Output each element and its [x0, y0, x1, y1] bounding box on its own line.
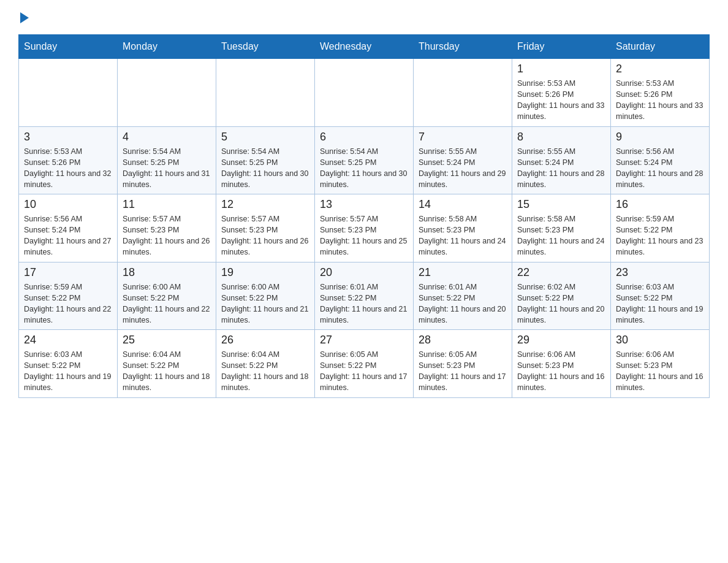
calendar-cell: 7Sunrise: 5:55 AMSunset: 5:24 PMDaylight… [414, 126, 512, 194]
day-number: 6 [320, 131, 408, 144]
day-info: Sunrise: 6:00 AMSunset: 5:22 PMDaylight:… [123, 282, 211, 326]
logo-arrow-icon [20, 12, 29, 23]
calendar-week-row: 17Sunrise: 5:59 AMSunset: 5:22 PMDayligh… [19, 262, 710, 330]
day-info: Sunrise: 6:01 AMSunset: 5:22 PMDaylight:… [320, 282, 408, 326]
day-number: 20 [320, 266, 408, 279]
calendar-cell: 6Sunrise: 5:54 AMSunset: 5:25 PMDaylight… [315, 126, 414, 194]
calendar-week-row: 24Sunrise: 6:03 AMSunset: 5:22 PMDayligh… [19, 330, 710, 398]
calendar-cell: 8Sunrise: 5:55 AMSunset: 5:24 PMDaylight… [512, 126, 611, 194]
day-info: Sunrise: 6:04 AMSunset: 5:22 PMDaylight:… [221, 349, 309, 394]
day-number: 5 [221, 131, 309, 144]
day-info: Sunrise: 5:58 AMSunset: 5:23 PMDaylight:… [419, 213, 507, 258]
day-info: Sunrise: 5:55 AMSunset: 5:24 PMDaylight:… [419, 146, 507, 191]
day-number: 27 [320, 334, 408, 347]
calendar-cell [118, 59, 216, 127]
calendar-cell: 19Sunrise: 6:00 AMSunset: 5:22 PMDayligh… [216, 262, 315, 330]
page-header [18, 12, 710, 22]
day-number: 1 [517, 63, 605, 75]
calendar-cell: 4Sunrise: 5:54 AMSunset: 5:25 PMDaylight… [118, 126, 216, 194]
day-info: Sunrise: 6:05 AMSunset: 5:22 PMDaylight:… [320, 349, 408, 394]
logo [18, 12, 29, 22]
day-number: 12 [221, 198, 309, 211]
calendar-cell: 11Sunrise: 5:57 AMSunset: 5:23 PMDayligh… [118, 194, 216, 262]
calendar-cell: 17Sunrise: 5:59 AMSunset: 5:22 PMDayligh… [19, 262, 118, 330]
calendar-cell [216, 59, 315, 127]
calendar-cell: 18Sunrise: 6:00 AMSunset: 5:22 PMDayligh… [118, 262, 216, 330]
calendar-cell [315, 59, 414, 127]
day-number: 17 [24, 266, 112, 279]
day-number: 10 [24, 198, 112, 211]
weekday-header-saturday: Saturday [611, 35, 710, 59]
calendar-cell: 29Sunrise: 6:06 AMSunset: 5:23 PMDayligh… [512, 330, 611, 398]
day-number: 19 [221, 266, 309, 279]
calendar-cell: 25Sunrise: 6:04 AMSunset: 5:22 PMDayligh… [118, 330, 216, 398]
weekday-header-row: SundayMondayTuesdayWednesdayThursdayFrid… [19, 35, 710, 59]
day-number: 23 [616, 266, 704, 279]
calendar-cell: 16Sunrise: 5:59 AMSunset: 5:22 PMDayligh… [611, 194, 710, 262]
day-info: Sunrise: 5:59 AMSunset: 5:22 PMDaylight:… [616, 213, 704, 258]
calendar-cell: 23Sunrise: 6:03 AMSunset: 5:22 PMDayligh… [611, 262, 710, 330]
day-number: 8 [517, 131, 605, 144]
day-number: 13 [320, 198, 408, 211]
day-number: 14 [419, 198, 507, 211]
calendar-week-row: 1Sunrise: 5:53 AMSunset: 5:26 PMDaylight… [19, 59, 710, 127]
day-info: Sunrise: 5:53 AMSunset: 5:26 PMDaylight:… [517, 78, 605, 123]
day-number: 18 [123, 266, 211, 279]
calendar-cell: 30Sunrise: 6:06 AMSunset: 5:23 PMDayligh… [611, 330, 710, 398]
day-number: 22 [517, 266, 605, 279]
day-info: Sunrise: 5:56 AMSunset: 5:24 PMDaylight:… [24, 213, 112, 258]
calendar-cell: 10Sunrise: 5:56 AMSunset: 5:24 PMDayligh… [19, 194, 118, 262]
calendar-cell: 21Sunrise: 6:01 AMSunset: 5:22 PMDayligh… [414, 262, 512, 330]
day-info: Sunrise: 5:54 AMSunset: 5:25 PMDaylight:… [123, 146, 211, 191]
calendar-cell [19, 59, 118, 127]
calendar-cell: 28Sunrise: 6:05 AMSunset: 5:23 PMDayligh… [414, 330, 512, 398]
day-number: 16 [616, 198, 704, 211]
calendar-cell: 20Sunrise: 6:01 AMSunset: 5:22 PMDayligh… [315, 262, 414, 330]
day-info: Sunrise: 5:53 AMSunset: 5:26 PMDaylight:… [24, 146, 112, 191]
calendar-cell: 26Sunrise: 6:04 AMSunset: 5:22 PMDayligh… [216, 330, 315, 398]
day-info: Sunrise: 6:05 AMSunset: 5:23 PMDaylight:… [419, 349, 507, 394]
weekday-header-wednesday: Wednesday [315, 35, 414, 59]
day-number: 24 [24, 334, 112, 347]
day-number: 29 [517, 334, 605, 347]
calendar-cell: 27Sunrise: 6:05 AMSunset: 5:22 PMDayligh… [315, 330, 414, 398]
day-number: 9 [616, 131, 704, 144]
weekday-header-monday: Monday [118, 35, 216, 59]
day-info: Sunrise: 5:57 AMSunset: 5:23 PMDaylight:… [221, 213, 309, 258]
day-info: Sunrise: 5:58 AMSunset: 5:23 PMDaylight:… [517, 213, 605, 258]
calendar-cell: 13Sunrise: 5:57 AMSunset: 5:23 PMDayligh… [315, 194, 414, 262]
day-number: 21 [419, 266, 507, 279]
day-info: Sunrise: 5:57 AMSunset: 5:23 PMDaylight:… [123, 213, 211, 258]
day-info: Sunrise: 6:01 AMSunset: 5:22 PMDaylight:… [419, 282, 507, 326]
day-info: Sunrise: 6:00 AMSunset: 5:22 PMDaylight:… [221, 282, 309, 326]
day-number: 3 [24, 131, 112, 144]
day-number: 15 [517, 198, 605, 211]
day-info: Sunrise: 5:59 AMSunset: 5:22 PMDaylight:… [24, 282, 112, 326]
calendar-cell [414, 59, 512, 127]
day-number: 25 [123, 334, 211, 347]
day-info: Sunrise: 5:53 AMSunset: 5:26 PMDaylight:… [616, 78, 704, 123]
calendar-cell: 2Sunrise: 5:53 AMSunset: 5:26 PMDaylight… [611, 59, 710, 127]
weekday-header-sunday: Sunday [19, 35, 118, 59]
calendar-cell: 3Sunrise: 5:53 AMSunset: 5:26 PMDaylight… [19, 126, 118, 194]
calendar-cell: 22Sunrise: 6:02 AMSunset: 5:22 PMDayligh… [512, 262, 611, 330]
day-info: Sunrise: 5:57 AMSunset: 5:23 PMDaylight:… [320, 213, 408, 258]
weekday-header-friday: Friday [512, 35, 611, 59]
calendar-cell: 14Sunrise: 5:58 AMSunset: 5:23 PMDayligh… [414, 194, 512, 262]
day-number: 28 [419, 334, 507, 347]
calendar-cell: 15Sunrise: 5:58 AMSunset: 5:23 PMDayligh… [512, 194, 611, 262]
calendar-week-row: 10Sunrise: 5:56 AMSunset: 5:24 PMDayligh… [19, 194, 710, 262]
calendar-cell: 24Sunrise: 6:03 AMSunset: 5:22 PMDayligh… [19, 330, 118, 398]
day-info: Sunrise: 5:56 AMSunset: 5:24 PMDaylight:… [616, 146, 704, 191]
calendar-table: SundayMondayTuesdayWednesdayThursdayFrid… [18, 34, 710, 398]
day-info: Sunrise: 6:02 AMSunset: 5:22 PMDaylight:… [517, 282, 605, 326]
day-info: Sunrise: 6:03 AMSunset: 5:22 PMDaylight:… [24, 349, 112, 394]
day-number: 11 [123, 198, 211, 211]
weekday-header-tuesday: Tuesday [216, 35, 315, 59]
calendar-cell: 9Sunrise: 5:56 AMSunset: 5:24 PMDaylight… [611, 126, 710, 194]
day-info: Sunrise: 5:54 AMSunset: 5:25 PMDaylight:… [320, 146, 408, 191]
calendar-week-row: 3Sunrise: 5:53 AMSunset: 5:26 PMDaylight… [19, 126, 710, 194]
day-number: 26 [221, 334, 309, 347]
day-number: 4 [123, 131, 211, 144]
day-number: 2 [616, 63, 704, 75]
